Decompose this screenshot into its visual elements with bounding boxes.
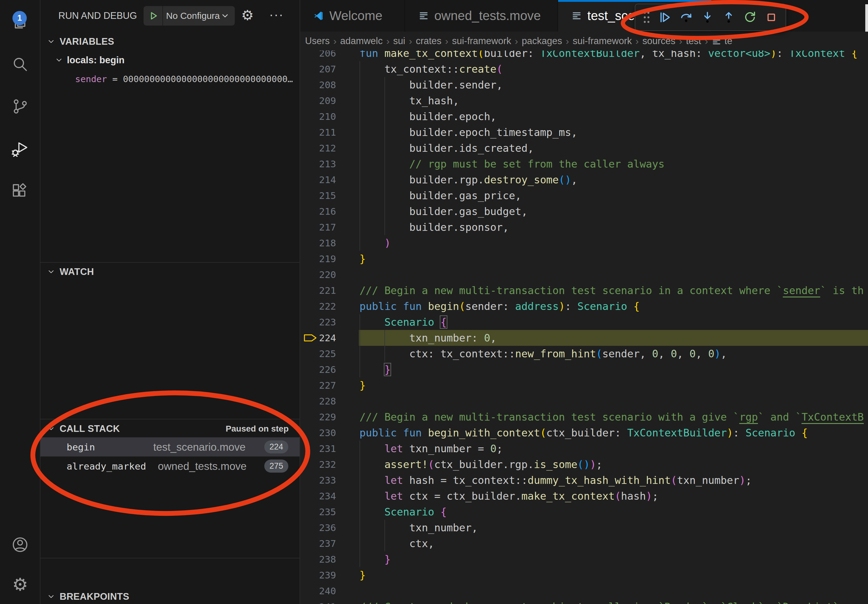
code-line[interactable]: 223 Scenario { — [300, 314, 868, 330]
step-out-button[interactable] — [721, 9, 736, 26]
run-and-debug-icon[interactable] — [10, 139, 30, 159]
code-line[interactable]: 226 } — [300, 362, 868, 378]
breadcrumb-item-sui-framework[interactable]: sui-framework — [573, 36, 632, 46]
line-number[interactable]: 223 — [300, 314, 336, 330]
code-line[interactable]: 213 // rgp must be set from the caller a… — [300, 156, 868, 172]
account-icon[interactable] — [10, 535, 30, 555]
tab-owned_tests.move[interactable]: owned_tests.move — [405, 0, 558, 32]
more-actions-icon[interactable]: ··· — [269, 0, 284, 32]
code-line[interactable]: 235 Scenario { — [300, 504, 868, 520]
step-into-button[interactable] — [700, 9, 715, 26]
code-line[interactable]: 220 — [300, 267, 868, 283]
breadcrumb-item-packages[interactable]: packages — [522, 36, 562, 46]
line-number[interactable]: 210 — [300, 108, 336, 124]
code-line[interactable]: 230public fun begin_with_context(ctx_bui… — [300, 425, 868, 441]
line-number[interactable]: 238 — [300, 551, 336, 567]
line-number[interactable]: 214 — [300, 172, 336, 187]
editor-group[interactable]: 206fun make_tx_context(builder: TxContex… — [300, 0, 868, 604]
breadcrumb-item-Users[interactable]: Users — [305, 36, 330, 46]
continue-button[interactable] — [657, 9, 673, 26]
code-line[interactable]: 221/// Begin a new multi-transaction tes… — [300, 283, 868, 298]
tab-Welcome[interactable]: Welcome — [300, 0, 405, 32]
line-number[interactable]: 234 — [300, 488, 336, 504]
restart-button[interactable] — [742, 9, 758, 26]
line-number[interactable]: 220 — [300, 267, 336, 283]
code-line[interactable]: 234 let ctx = ctx_builder.make_tx_contex… — [300, 488, 868, 504]
line-number[interactable]: 221 — [300, 283, 336, 298]
stack-frame-already_marked[interactable]: already_markedowned_tests.move275 — [40, 457, 299, 475]
code-line[interactable]: 210 builder.epoch, — [300, 108, 868, 124]
step-over-button[interactable] — [679, 9, 694, 26]
line-number[interactable]: 241 — [300, 599, 336, 604]
settings-gear-icon[interactable]: ⚙ — [241, 0, 254, 32]
code-line[interactable]: 239} — [300, 567, 868, 583]
code-line[interactable]: 217 builder.sponsor, — [300, 219, 868, 235]
breadcrumb-item-test[interactable]: test — [686, 36, 701, 46]
line-number[interactable]: 236 — [300, 520, 336, 536]
code-line[interactable]: 208 builder.sender, — [300, 77, 868, 93]
code-line[interactable]: 231 let txn_number = 0; — [300, 441, 868, 457]
watch-section-header[interactable]: WATCH — [40, 264, 299, 280]
code-line[interactable]: 241/// Creates and shares system objects… — [300, 599, 868, 604]
line-number[interactable]: 239 — [300, 567, 336, 583]
call-stack-section-header[interactable]: CALL STACK Paused on step — [40, 421, 299, 437]
breadcrumb-item-adamwelc[interactable]: adamwelc — [340, 36, 383, 46]
line-number[interactable]: 240 — [300, 583, 336, 599]
breakpoints-section-header[interactable]: BREAKPOINTS — [40, 589, 299, 604]
line-number[interactable]: 207 — [300, 61, 336, 77]
code-line[interactable]: 237 ctx, — [300, 536, 868, 551]
stack-frame-begin[interactable]: begintest_scenario.move224 — [40, 437, 299, 457]
line-number[interactable]: 229 — [300, 409, 336, 425]
line-number[interactable]: 208 — [300, 77, 336, 93]
code-line[interactable]: 227} — [300, 378, 868, 393]
code-line[interactable]: 209 tx_hash, — [300, 93, 868, 108]
code-line[interactable]: 240 — [300, 583, 868, 599]
line-number[interactable]: 237 — [300, 536, 336, 551]
code-line[interactable]: 214 builder.rgp.destroy_some(), — [300, 172, 868, 187]
code-line[interactable]: 236 txn_number, — [300, 520, 868, 536]
code-line[interactable]: 216 builder.gas_budget, — [300, 203, 868, 219]
code-line[interactable]: 215 builder.gas_price, — [300, 187, 868, 203]
code-line[interactable]: 212 builder.ids_created, — [300, 140, 868, 156]
line-number[interactable]: 212 — [300, 140, 336, 156]
locals-scope-row[interactable]: locals: begin — [40, 52, 299, 68]
code-line[interactable]: 222public fun begin(sender: address): Sc… — [300, 298, 868, 314]
breadcrumb-item-sources[interactable]: sources — [642, 36, 676, 46]
line-number[interactable]: 217 — [300, 219, 336, 235]
code-line[interactable]: 218 ) — [300, 235, 868, 251]
manage-gear-icon[interactable]: ⚙ — [10, 575, 30, 595]
code-line[interactable]: 229/// Begin a new multi-transaction tes… — [300, 409, 868, 425]
line-number[interactable]: 211 — [300, 124, 336, 140]
start-debugging-icon[interactable] — [149, 11, 159, 21]
extensions-icon[interactable] — [10, 181, 30, 201]
breadcrumb-item-sui[interactable]: sui — [393, 36, 405, 46]
variable-sender-row[interactable]: sender = 0000000000000000000000000000000… — [75, 71, 297, 87]
line-number[interactable]: 230 — [300, 425, 336, 441]
debug-config-dropdown[interactable]: No Configura — [144, 6, 235, 26]
line-number[interactable]: 219 — [300, 251, 336, 267]
line-number[interactable]: 209 — [300, 93, 336, 108]
code-line[interactable]: 233 let hash = tx_context::dummy_tx_hash… — [300, 472, 868, 488]
code-line[interactable]: 232 assert!(ctx_builder.rgp.is_some()); — [300, 457, 868, 472]
toolbar-drag-grip-icon[interactable] — [642, 10, 651, 25]
line-number[interactable]: 227 — [300, 378, 336, 393]
breadcrumb-file[interactable]: te — [724, 36, 732, 46]
code-line[interactable]: 219} — [300, 251, 868, 267]
config-dropdown-label[interactable]: No Configura — [166, 11, 220, 21]
search-icon[interactable] — [10, 54, 30, 74]
line-number[interactable]: 222 — [300, 298, 336, 314]
line-number[interactable]: 216 — [300, 203, 336, 219]
code-line[interactable]: 225 ctx: tx_context::new_from_hint(sende… — [300, 346, 868, 362]
line-number[interactable]: 232 — [300, 457, 336, 472]
line-number[interactable]: 225 — [300, 346, 336, 362]
line-number[interactable]: 218 — [300, 235, 336, 251]
variables-section-header[interactable]: VARIABLES — [40, 34, 299, 50]
code-line[interactable]: 207 tx_context::create( — [300, 61, 868, 77]
line-number[interactable]: 226 — [300, 362, 336, 378]
breadcrumb-item-crates[interactable]: crates — [416, 36, 441, 46]
line-number[interactable]: 213 — [300, 156, 336, 172]
source-control-icon[interactable] — [10, 96, 30, 116]
stop-button[interactable] — [764, 9, 779, 26]
code-line[interactable]: 228 — [300, 393, 868, 409]
code-line[interactable]: 224 txn_number: 0, — [300, 330, 868, 346]
